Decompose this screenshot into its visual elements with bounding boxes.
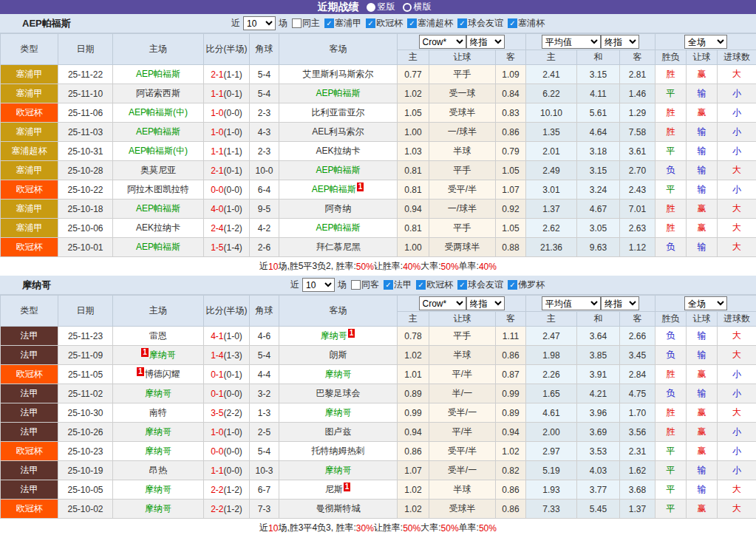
- handicap-result-cell: 赢: [687, 500, 718, 519]
- league-checkbox[interactable]: ✓: [508, 18, 517, 28]
- league-checkbox[interactable]: ✓: [457, 280, 467, 290]
- summary-segment: 近: [259, 260, 268, 273]
- filters: 近10场同主✓塞浦甲✓欧冠杯✓塞浦超杯✓球会友谊✓塞浦杯: [231, 16, 545, 30]
- column-header: 角球: [250, 296, 279, 327]
- average-select[interactable]: 平均值: [542, 35, 601, 49]
- league-checkbox[interactable]: ✓: [457, 18, 467, 28]
- filters: 近10场同客✓法甲✓欧冠杯✓球会友谊✓佛罗杯: [290, 278, 545, 292]
- avg-away-cell: 4.75: [620, 384, 655, 403]
- handicap-result-cell: 输: [687, 142, 718, 161]
- same-venue-checkbox[interactable]: [292, 18, 302, 28]
- score-cell: 1-0(1-0): [204, 423, 250, 442]
- league-checkbox[interactable]: ✓: [508, 280, 517, 290]
- halftime-score: (1-1): [224, 146, 242, 157]
- fulltime-select[interactable]: 全场: [684, 296, 727, 310]
- odds-away-cell: 0.79: [496, 142, 526, 161]
- odds-home-cell: 1.02: [398, 480, 429, 500]
- league-cell: 法甲: [1, 480, 58, 500]
- corner-cell: 6-4: [250, 180, 279, 200]
- summary-segment: 单率:: [459, 522, 479, 534]
- team-label: 拜仁慕尼黑: [316, 242, 361, 252]
- table-row: 法甲25-11-02摩纳哥0-1(0-0)3-2巴黎足球会0.89半/一0.99…: [1, 384, 756, 403]
- team-label: AEK拉纳卡: [136, 222, 180, 233]
- away-team-cell: 摩纳哥: [279, 365, 398, 384]
- result-cell: 平: [655, 180, 687, 200]
- games-count-select[interactable]: 10: [302, 278, 335, 292]
- avg-stage-select[interactable]: 终指: [601, 35, 639, 49]
- fulltime-score: 0-0: [211, 446, 223, 457]
- table-row: 欧冠杯25-10-01AEP帕福斯1-5(1-4)2-6拜仁慕尼黑1.00受两球…: [1, 238, 756, 257]
- league-cell: 塞浦甲: [1, 161, 58, 180]
- vertical-layout-radio[interactable]: [367, 3, 375, 12]
- home-team-cell: 南特: [113, 403, 204, 423]
- fulltime-score: 0-1: [211, 389, 223, 399]
- odds-away-cell: 0.86: [496, 500, 526, 519]
- handicap-result-cell: 赢: [687, 423, 718, 442]
- date-cell: 25-11-03: [58, 123, 113, 142]
- games-count-select[interactable]: 10: [243, 16, 276, 30]
- odds-home-cell: 0.81: [398, 161, 429, 180]
- odds-away-cell: 0.86: [496, 346, 526, 365]
- fulltime-select[interactable]: 全场: [684, 35, 727, 49]
- same-venue-checkbox[interactable]: [351, 280, 361, 290]
- team-label: 奥莫尼亚: [140, 165, 176, 175]
- table-row: 欧冠杯25-10-22阿拉木图凯拉特0-0(0-0)6-4AEP帕福斯10.81…: [1, 180, 756, 200]
- league-cell: 欧冠杯: [1, 365, 58, 384]
- halftime-score: (1-0): [224, 331, 242, 341]
- home-team-cell: 奥莫尼亚: [113, 161, 204, 180]
- column-header: 比分(半场): [204, 296, 250, 327]
- average-select[interactable]: 平均值: [542, 296, 601, 310]
- avg-draw-cell: 3.24: [577, 180, 620, 200]
- avg-home-cell: 1.93: [526, 480, 577, 500]
- league-checkbox-label: 塞浦杯: [518, 17, 545, 30]
- league-checkbox[interactable]: ✓: [416, 280, 426, 290]
- sub-column-header: 让球: [687, 312, 718, 327]
- goals-result-cell: 小: [718, 423, 756, 442]
- team-label: 昂热: [149, 465, 167, 475]
- odds-stage-select[interactable]: 终指: [466, 35, 505, 49]
- avg-draw-cell: 9.63: [577, 238, 620, 257]
- league-checkbox[interactable]: ✓: [324, 18, 334, 28]
- summary-segment: 让胜率:: [374, 260, 403, 273]
- avg-draw-cell: 4.21: [577, 384, 620, 403]
- sub-column-header: 进球数: [718, 50, 756, 65]
- avg-away-cell: 2.43: [620, 180, 655, 200]
- score-cell: 0-1(0-0): [204, 384, 250, 403]
- league-checkbox[interactable]: ✓: [407, 18, 417, 28]
- horizontal-layout-radio[interactable]: [403, 3, 412, 12]
- odds-stage-select[interactable]: 终指: [466, 296, 505, 310]
- score-cell: 1-1(1-1): [204, 142, 250, 161]
- result-cell: 胜: [655, 365, 687, 384]
- halftime-score: (0-0): [224, 446, 242, 457]
- goals-result-cell: 小: [718, 461, 756, 480]
- avg-draw-cell: 3.96: [577, 403, 620, 423]
- odds-away-cell: 1.05: [496, 161, 526, 180]
- bookmaker-select[interactable]: Crow*: [419, 35, 466, 49]
- odds-home-cell: 1.07: [398, 461, 429, 480]
- table-row: 塞浦甲25-11-03AEP帕福斯1-0(1-0)4-3AEL利马索尔1.00一…: [1, 123, 756, 142]
- handicap-result-cell: 输: [687, 238, 718, 257]
- table-row: 塞浦甲25-11-10阿诺索西斯1-1(0-1)5-4AEP帕福斯1.02受一球…: [1, 84, 756, 103]
- bookmaker-select[interactable]: Crow*: [419, 296, 466, 310]
- avg-home-cell: 1.37: [526, 200, 577, 219]
- league-checkbox[interactable]: ✓: [366, 18, 375, 28]
- near-label: 近: [231, 17, 240, 30]
- avg-away-cell: 3.68: [620, 480, 655, 500]
- halftime-score: (0-1): [224, 369, 242, 380]
- home-team-cell: AEP帕福斯(中): [113, 103, 204, 123]
- fulltime-score: 2-1: [211, 69, 223, 80]
- halftime-score: (1-3): [224, 350, 242, 361]
- league-checkbox[interactable]: ✓: [384, 280, 393, 290]
- result-cell: 平: [655, 461, 687, 480]
- column-header: 类型: [1, 296, 58, 327]
- result-cell: 胜: [655, 219, 687, 238]
- corner-cell: 4-6: [250, 327, 279, 346]
- score-cell: 2-2(1-2): [204, 480, 250, 500]
- odds-away-cell: 0.82: [496, 461, 526, 480]
- avg-stage-select[interactable]: 终指: [601, 296, 639, 310]
- avg-away-cell: 1.37: [620, 500, 655, 519]
- home-team-cell: AEK拉纳卡: [113, 219, 204, 238]
- avg-away-cell: 2.70: [620, 161, 655, 180]
- results-table: 类型日期主场比分(半场)角球客场Crow*终指平均值终指全场主让球客主和客胜负让…: [0, 33, 756, 257]
- team-label: 阿诺索西斯: [136, 88, 180, 98]
